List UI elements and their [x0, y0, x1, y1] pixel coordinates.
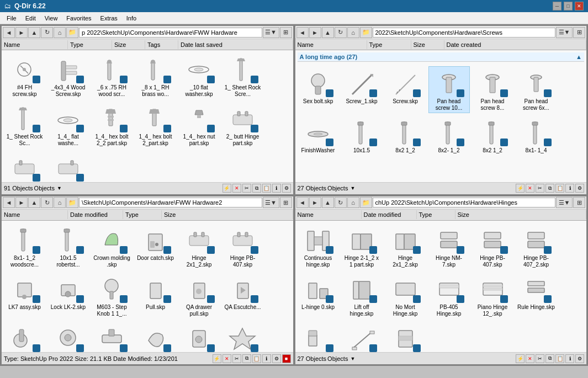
file-item[interactable]: Screw_1.skp [341, 66, 383, 113]
pane4-dropdown[interactable]: ▼ [350, 356, 355, 361]
file-item[interactable]: Pan head screw 6x... [516, 66, 557, 113]
pane4-col-name[interactable]: Name [295, 210, 362, 219]
menu-extras[interactable]: Extras [96, 14, 122, 23]
file-item[interactable]: 1_4_ hex bolt 2_part.skp [135, 102, 176, 148]
file-item[interactable]: Vertex Narrow ... [385, 321, 426, 353]
file-item[interactable]: 10x1.5 [341, 115, 383, 156]
file-item[interactable]: 8x2 1_2 [472, 115, 513, 156]
pane2-size-btn[interactable]: ⊞ [573, 27, 585, 38]
file-item[interactable]: Lock LK-2.skp [47, 272, 89, 319]
pane1-refresh-btn[interactable]: ↻ [41, 27, 53, 38]
pane1-gear-btn[interactable]: ⚙ [282, 184, 291, 193]
file-item[interactable]: Lift off hinge.skp [341, 272, 383, 319]
file-item[interactable]: Rule Hinge.skp [516, 272, 557, 319]
file-item[interactable]: LK7 assy.skp [4, 272, 45, 319]
file-item[interactable]: 1_ Sheet Rock Sc... [4, 102, 45, 148]
pane2-lightning-btn[interactable]: ⚡ [516, 184, 525, 193]
pane2-dropdown[interactable]: ▼ [350, 185, 355, 191]
pane4-path-bar[interactable]: chUp 2022\SketchUp\Components\Hardware\H… [373, 198, 556, 207]
file-item[interactable]: 8x1- 1_2 woodscre... [4, 223, 45, 270]
file-item[interactable]: _4x3_4 Wood Screw.skp [47, 52, 89, 99]
file-item[interactable]: #4 FH screw.skp [4, 52, 45, 99]
file-item[interactable]: Continuous hinge.skp [298, 223, 339, 270]
file-item[interactable]: Crown molding .skp [91, 223, 133, 270]
pane3-red-btn[interactable]: ■ [282, 354, 291, 363]
pane3-lightning-btn[interactable]: ⚡ [213, 354, 221, 363]
file-item[interactable]: Hinge PB-407.skp [222, 223, 263, 270]
pane4-copy-btn[interactable]: ⧉ [545, 354, 554, 363]
file-item[interactable]: Ruler hinge mortiser.skp [298, 321, 339, 353]
file-item[interactable]: L-hinge 0.skp [298, 272, 339, 319]
pane2-x-btn[interactable]: ✕ [526, 184, 534, 193]
pane2-back-btn[interactable]: ◄ [296, 27, 309, 38]
pane4-gear-btn[interactable]: ⚙ [575, 354, 584, 363]
pane3-paste-btn[interactable]: 📋 [252, 354, 261, 363]
file-item[interactable]: 8x2 1_2 [385, 115, 426, 156]
file-item[interactable]: 8x1- 1_4 [516, 115, 557, 156]
pane3-view-btn[interactable]: ☰▼ [263, 197, 279, 208]
pane1-col-size[interactable]: Size [112, 40, 145, 49]
menu-edit[interactable]: Edit [21, 14, 40, 23]
file-item[interactable]: Tee nut.skp [222, 321, 263, 353]
file-item[interactable]: No Mort Hinge.skp [385, 272, 426, 319]
file-item[interactable]: Pull.skp [135, 272, 176, 319]
pane1-dropdown[interactable]: ▼ [57, 185, 62, 191]
pane3-info-btn[interactable]: ℹ [262, 354, 271, 363]
pane2-folder-btn[interactable]: 📁 [360, 27, 372, 38]
pane1-up-btn[interactable]: ▲ [28, 27, 40, 38]
pane3-path-bar[interactable]: \SketchUp\Components\Hardware\FWW Hardwa… [79, 198, 262, 207]
menu-info[interactable]: Info [122, 14, 141, 23]
pane3-refresh-btn[interactable]: ↻ [41, 197, 53, 208]
pane4-refresh-btn[interactable]: ↻ [335, 197, 347, 208]
pane1-folder-btn[interactable]: 📁 [66, 27, 78, 38]
file-item[interactable]: FinishWasher [298, 115, 339, 156]
pane2-cut-btn[interactable]: ✂ [536, 184, 544, 193]
pane3-cut-btn[interactable]: ✂ [232, 354, 241, 363]
pane3-home-btn[interactable]: ⌂ [54, 197, 66, 208]
pane3-col-name[interactable]: Name [2, 210, 68, 219]
file-item[interactable]: 10x1.5 robertst... [47, 223, 89, 270]
pane1-x-btn[interactable]: ✕ [232, 184, 241, 193]
pane2-home-btn[interactable]: ⌂ [347, 27, 359, 38]
file-item[interactable]: _10 flat washer.skp [178, 52, 220, 99]
pane1-back-btn[interactable]: ◄ [3, 27, 15, 38]
pane2-view-btn[interactable]: ☰▼ [556, 27, 573, 38]
pane3-copy-btn[interactable]: ⧉ [242, 354, 251, 363]
pane1-col-tags[interactable]: Tags [145, 40, 178, 49]
pane4-col-type[interactable]: Type [417, 210, 455, 219]
pane1-lightning-btn[interactable]: ⚡ [223, 184, 231, 193]
pane3-x-btn[interactable]: ✕ [223, 354, 231, 363]
menu-favorites[interactable]: Favorites [62, 14, 96, 23]
file-item[interactable]: Pan head screw 10... [428, 66, 470, 113]
file-item[interactable]: 1_4_ flat washe... [47, 102, 89, 148]
pane4-view-btn[interactable]: ☰▼ [556, 197, 573, 208]
file-item[interactable]: T-211 Handle.skp [178, 321, 220, 353]
menu-view[interactable]: View [40, 14, 62, 23]
file-item[interactable]: Hinge 2x1_2.skp [385, 223, 426, 270]
file-item[interactable]: Piano Hinge 12_.skp [472, 272, 513, 319]
file-item[interactable]: Straight Pivot Hinge.skp [341, 321, 383, 353]
menu-file[interactable]: File [2, 14, 21, 23]
pane4-col-size[interactable]: Size [455, 210, 587, 219]
pane3-col-type[interactable]: Type [123, 210, 162, 219]
file-item[interactable]: ring pull.skp [47, 321, 89, 353]
file-item[interactable]: M603 - Step Knob 1 1_... [91, 272, 133, 319]
pane3-forward-btn[interactable]: ► [15, 197, 28, 208]
pane3-size-btn[interactable]: ⊞ [280, 197, 292, 208]
file-item[interactable]: Hinge PB-407.skp [472, 223, 513, 270]
pane3-up-btn[interactable]: ▲ [28, 197, 40, 208]
pane1-col-date[interactable]: Date last saved [178, 40, 293, 49]
pane1-info-btn[interactable]: ℹ [272, 184, 281, 193]
file-item[interactable]: 2-1_2_ Butt Hinge Par... [47, 151, 89, 182]
pane1-col-name[interactable]: Name [2, 40, 68, 49]
file-item[interactable]: PB-405 Hinge.skp [428, 272, 470, 319]
pane2-paste-btn[interactable]: 📋 [555, 184, 564, 193]
file-item[interactable]: 1_4_ hex nut part.skp [178, 102, 220, 148]
pane1-view-btn[interactable]: ☰▼ [263, 27, 279, 38]
file-item[interactable]: _6 x .75 RH wood scr... [91, 52, 133, 99]
pane2-refresh-btn[interactable]: ↻ [335, 27, 347, 38]
pane1-home-btn[interactable]: ⌂ [54, 27, 66, 38]
minimize-button[interactable]: ─ [553, 2, 561, 10]
pane1-copy-btn[interactable]: ⧉ [252, 184, 261, 193]
pane4-home-btn[interactable]: ⌂ [347, 197, 359, 208]
